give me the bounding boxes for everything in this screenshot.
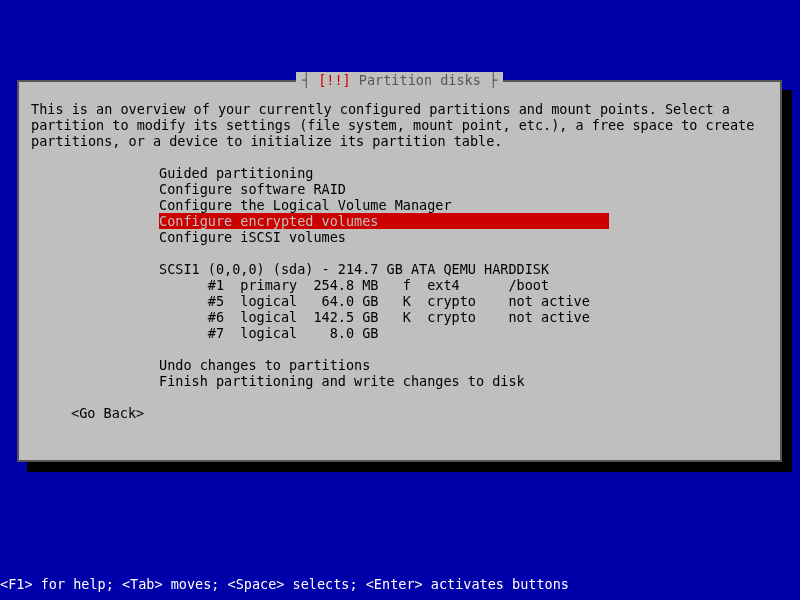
partition-row-7[interactable]: #7 logical 8.0 GB	[159, 325, 768, 341]
menu-configure-encrypted[interactable]: Configure encrypted volumes	[159, 213, 609, 229]
spacer	[31, 341, 768, 357]
intro-text: This is an overview of your currently co…	[31, 101, 768, 149]
menu-guided-partitioning[interactable]: Guided partitioning	[159, 165, 768, 181]
partition-row-6[interactable]: #6 logical 142.5 GB K crypto not active	[159, 309, 768, 325]
partition-row-5[interactable]: #5 logical 64.0 GB K crypto not active	[159, 293, 768, 309]
help-bar: <F1> for help; <Tab> moves; <Space> sele…	[0, 576, 569, 592]
menu-configure-iscsi[interactable]: Configure iSCSI volumes	[159, 229, 768, 245]
go-back-button[interactable]: <Go Back>	[71, 405, 768, 421]
alert-marker: [!!]	[310, 72, 359, 88]
main-menu: Guided partitioning Configure software R…	[159, 165, 768, 245]
menu-undo-changes[interactable]: Undo changes to partitions	[159, 357, 768, 373]
dialog-title-wrap: ┤ [!!] Partition disks ├	[19, 72, 780, 88]
dialog-title: ┤ [!!] Partition disks ├	[296, 72, 503, 88]
partition-dialog: ┤ [!!] Partition disks ├ This is an over…	[17, 80, 782, 462]
menu-configure-raid[interactable]: Configure software RAID	[159, 181, 768, 197]
disk-header[interactable]: SCSI1 (0,0,0) (sda) - 214.7 GB ATA QEMU …	[159, 261, 768, 277]
partition-row-1[interactable]: #1 primary 254.8 MB f ext4 /boot	[159, 277, 768, 293]
menu-finish-partitioning[interactable]: Finish partitioning and write changes to…	[159, 373, 768, 389]
menu-configure-lvm[interactable]: Configure the Logical Volume Manager	[159, 197, 768, 213]
